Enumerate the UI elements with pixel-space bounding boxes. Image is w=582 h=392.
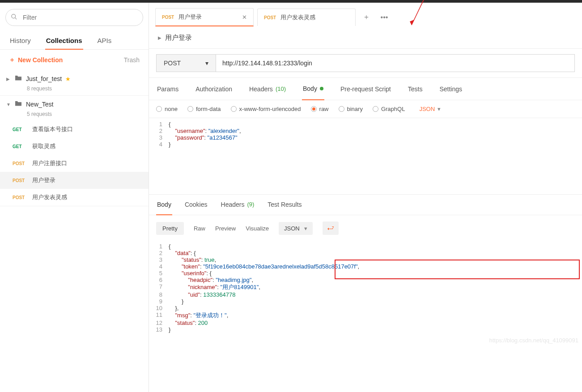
chevron-down-icon: ▾ xyxy=(438,106,441,112)
tab-history[interactable]: History xyxy=(9,33,32,49)
content-type-label: JSON xyxy=(284,225,300,232)
folder-icon xyxy=(14,100,22,108)
resp-headers-label: Headers xyxy=(221,201,245,209)
method-badge: POST xyxy=(13,161,28,166)
body-opt-label: binary xyxy=(347,106,363,112)
collection-title: Just_for_test xyxy=(26,75,62,82)
request-tab-0[interactable]: POST 用户登录 ✕ xyxy=(155,8,254,26)
view-raw[interactable]: Raw xyxy=(194,225,205,232)
tab-apis[interactable]: APIs xyxy=(97,33,113,49)
body-opt-binary[interactable]: binary xyxy=(339,106,363,112)
trash-link[interactable]: Trash xyxy=(124,56,140,64)
breadcrumb-text: 用户登录 xyxy=(165,34,192,42)
collection-title: New_Test xyxy=(26,101,53,108)
request-name: 获取灵感 xyxy=(32,142,55,150)
collection-just-for-test[interactable]: ▶ Just_for_test ★ xyxy=(0,70,149,87)
request-name: 用户发表灵感 xyxy=(32,193,67,201)
view-visualize[interactable]: Visualize xyxy=(246,225,269,232)
radio-icon xyxy=(373,106,378,112)
request-item[interactable]: POST用户发表灵感 xyxy=(0,189,149,206)
request-name: 查看版本号接口 xyxy=(32,125,73,133)
svg-line-1 xyxy=(15,17,17,19)
collection-new-test[interactable]: ▼ New_Test xyxy=(0,96,149,113)
chevron-down-icon: ▾ xyxy=(205,60,208,67)
chevron-right-icon: ▶ xyxy=(6,77,11,81)
svg-point-0 xyxy=(12,14,16,18)
tab-method: POST xyxy=(264,15,276,20)
view-preview[interactable]: Preview xyxy=(215,225,236,232)
plus-icon: ＋ xyxy=(9,56,15,64)
request-name: 用户注册接口 xyxy=(32,159,67,167)
tab-prerequest[interactable]: Pre-request Script xyxy=(340,78,392,100)
request-tab-1[interactable]: POST 用户发表灵感 xyxy=(257,9,356,26)
method-badge: GET xyxy=(13,127,28,132)
new-tab-button[interactable]: ＋ xyxy=(359,9,374,26)
modified-dot-icon xyxy=(320,87,323,90)
response-body[interactable]: 1{2 "data": {3 "status": true,4 "token":… xyxy=(149,241,582,346)
close-icon[interactable]: ✕ xyxy=(242,14,247,21)
filter-wrapper xyxy=(5,9,143,26)
resp-tab-cookies[interactable]: Cookies xyxy=(184,195,208,215)
radio-icon xyxy=(231,106,237,112)
chevron-down-icon: ▼ xyxy=(6,102,11,107)
request-item[interactable]: GET获取灵感 xyxy=(0,138,149,155)
tab-collections[interactable]: Collections xyxy=(45,33,83,50)
tab-headers[interactable]: Headers(10) xyxy=(248,78,287,100)
main-panel: POST 用户登录 ✕ POST 用户发表灵感 ＋ ••• ▶ 用户登录 POS… xyxy=(149,3,582,392)
radio-icon xyxy=(339,106,344,112)
body-type-select[interactable]: JSON▾ xyxy=(419,106,441,112)
url-input[interactable] xyxy=(216,54,575,72)
star-icon: ★ xyxy=(65,76,71,82)
tab-method: POST xyxy=(162,15,174,20)
chevron-right-icon: ▶ xyxy=(158,35,161,40)
body-opt-label: GraphQL xyxy=(381,106,405,112)
tab-title: 用户登录 xyxy=(178,13,238,21)
request-item[interactable]: POST用户登录 xyxy=(0,172,149,189)
wrap-lines-button[interactable]: ⮐ xyxy=(323,222,339,235)
chevron-down-icon: ▾ xyxy=(304,225,307,232)
tab-tests[interactable]: Tests xyxy=(407,78,424,100)
resp-tab-headers[interactable]: Headers(9) xyxy=(220,195,255,215)
tab-menu-button[interactable]: ••• xyxy=(377,9,391,26)
method-badge: POST xyxy=(13,178,28,183)
body-opt-label: form-data xyxy=(196,106,221,112)
body-opt-urlencoded[interactable]: x-www-form-urlencoded xyxy=(231,106,301,112)
new-collection-label: New Collection xyxy=(18,56,63,64)
method-select[interactable]: POST ▾ xyxy=(156,54,216,72)
view-pretty[interactable]: Pretty xyxy=(156,222,184,235)
request-item[interactable]: POST用户注册接口 xyxy=(0,155,149,172)
tab-body[interactable]: Body xyxy=(302,78,324,100)
method-value: POST xyxy=(164,60,181,67)
tab-headers-label: Headers xyxy=(249,85,273,93)
radio-icon xyxy=(311,106,317,112)
tab-authorization[interactable]: Authorization xyxy=(195,78,233,100)
breadcrumb: ▶ 用户登录 xyxy=(149,26,582,49)
radio-icon xyxy=(187,106,193,112)
body-type-label: JSON xyxy=(419,106,435,112)
sidebar: History Collections APIs ＋ New Collectio… xyxy=(0,3,149,392)
body-opt-raw[interactable]: raw xyxy=(311,106,329,112)
tab-settings[interactable]: Settings xyxy=(438,78,463,100)
radio-icon xyxy=(156,106,162,112)
collection-sub: 8 requests xyxy=(0,85,149,95)
tab-params[interactable]: Params xyxy=(156,78,179,100)
new-collection-button[interactable]: ＋ New Collection xyxy=(9,56,63,64)
body-opt-graphql[interactable]: GraphQL xyxy=(373,106,405,112)
method-badge: GET xyxy=(13,144,28,149)
resp-tab-testresults[interactable]: Test Results xyxy=(267,195,302,215)
body-opt-formdata[interactable]: form-data xyxy=(187,106,221,112)
resp-headers-count: (9) xyxy=(247,201,254,209)
tab-title: 用户发表灵感 xyxy=(280,13,349,21)
collection-sub: 5 requests xyxy=(0,111,149,121)
request-name: 用户登录 xyxy=(32,176,55,184)
filter-input[interactable] xyxy=(5,9,143,26)
body-opt-none[interactable]: none xyxy=(156,106,178,112)
content-type-select[interactable]: JSON▾ xyxy=(279,222,313,235)
body-opt-label: raw xyxy=(319,106,329,112)
headers-count: (10) xyxy=(276,85,286,92)
resp-tab-body[interactable]: Body xyxy=(156,195,172,215)
request-item[interactable]: GET查看版本号接口 xyxy=(0,121,149,138)
request-body-editor[interactable]: 1{2 "username": "alexlender",3 "password… xyxy=(149,118,582,194)
tab-body-label: Body xyxy=(303,85,317,92)
request-list: GET查看版本号接口 GET获取灵感 POST用户注册接口 POST用户登录 P… xyxy=(0,121,149,206)
